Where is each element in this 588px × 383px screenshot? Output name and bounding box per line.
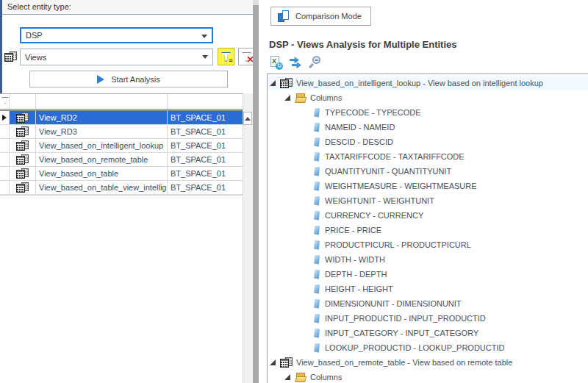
row-filter-icon[interactable]: [1, 97, 9, 104]
tree-node-column[interactable]: WEIGHTUNIT - WEIGHTUNIT: [268, 193, 588, 208]
grid-cell-space[interactable]: BT_SPACE_01: [168, 181, 243, 194]
grid-cell-space[interactable]: BT_SPACE_01: [168, 111, 243, 124]
analysis-toolbar: X↻ =: [269, 56, 323, 70]
row-gutter[interactable]: [0, 111, 10, 124]
row-icon-cell: [10, 167, 36, 180]
start-analysis-button[interactable]: Start Analysis: [29, 71, 228, 87]
grid-cell-name[interactable]: View_based_on_table_view_intelliger: [36, 181, 168, 194]
entity-dropdown[interactable]: Views: [20, 49, 213, 65]
grid-cell-name[interactable]: View_based_on_table: [36, 167, 168, 180]
table-row[interactable]: View_based_on_table_view_intelliger BT_S…: [0, 181, 243, 195]
grid-header-space-col[interactable]: [168, 94, 243, 109]
export-excel-icon[interactable]: X↻: [269, 56, 283, 70]
tree-node-view[interactable]: View_based_on_intelligent_lookup - View …: [268, 76, 588, 90]
column-icon: [314, 329, 320, 338]
grid-cell-space[interactable]: BT_SPACE_01: [168, 167, 243, 180]
tree-node-column[interactable]: NAMEID - NAMEID: [268, 120, 588, 135]
tree-node-column[interactable]: PRODUCTPICURL - PRODUCTPICURL: [268, 237, 588, 252]
grid-header-icon-col[interactable]: [10, 94, 36, 109]
tree-node-label: WEIGHTUNIT - WEIGHTUNIT: [325, 196, 434, 205]
grid-cell-space[interactable]: BT_SPACE_01: [168, 139, 243, 152]
tree-node-label: HEIGHT - HEIGHT: [325, 284, 393, 293]
tree-node-view[interactable]: View_based_on_remote_table - View based …: [268, 355, 588, 370]
grid-cell-name[interactable]: View_RD2: [36, 111, 168, 124]
tree-node-column[interactable]: DEPTH - DEPTH: [268, 267, 588, 282]
active-panel-accent-strip: [0, 0, 2, 93]
zoom-out-icon[interactable]: =: [309, 56, 323, 70]
table-row[interactable]: View_based_on_table BT_SPACE_01: [0, 167, 243, 181]
chevron-down-icon[interactable]: [202, 55, 208, 59]
table-row[interactable]: View_based_on_intelligent_lookup BT_SPAC…: [0, 139, 243, 153]
tree-node-folder[interactable]: Columns: [268, 90, 588, 105]
tree-node-column[interactable]: WEIGHTMEASURE - WEIGHTMEASURE: [268, 179, 588, 193]
column-icon: [314, 226, 320, 235]
row-gutter[interactable]: [0, 181, 10, 194]
grid-header-name-col[interactable]: [36, 94, 168, 109]
expand-collapse-icon[interactable]: [270, 80, 276, 86]
grid-cell-space[interactable]: BT_SPACE_01: [168, 153, 243, 166]
row-gutter[interactable]: [0, 167, 10, 180]
table-icon: [280, 357, 293, 368]
tree-node-column[interactable]: TAXTARIFFCODE - TAXTARIFFCODE: [268, 149, 588, 164]
tree-node-column[interactable]: INPUT_PRODUCTID - INPUT_PRODUCTID: [268, 311, 588, 326]
grid-scrollbar-up-button[interactable]: [243, 112, 252, 125]
tree-node-folder[interactable]: Columns: [268, 370, 588, 383]
row-gutter[interactable]: [0, 139, 10, 152]
analysis-tree-panel: View_based_on_intelligent_lookup - View …: [267, 74, 588, 383]
grid-filter-gutter[interactable]: [0, 94, 10, 109]
grid-scrollbar-track[interactable]: [243, 93, 253, 383]
table-row[interactable]: View_RD3 BT_SPACE_01: [0, 125, 243, 139]
table-row[interactable]: View_RD2 BT_SPACE_01: [0, 111, 243, 125]
tree-node-column[interactable]: INPUT_CATEGORY - INPUT_CATEGORY: [268, 326, 588, 340]
tree-node-column[interactable]: LOOKUP_PRODUCTID - LOOKUP_PRODUCTID: [268, 340, 588, 355]
grid-cell-name[interactable]: View_based_on_intelligent_lookup: [36, 139, 168, 152]
open-folder-icon: [295, 373, 306, 382]
tree-node-label: WEIGHTMEASURE - WEIGHTMEASURE: [325, 182, 477, 190]
scroll-up-icon: [245, 117, 251, 121]
tree-node-label: View_based_on_remote_table - View based …: [296, 358, 512, 367]
filter-button[interactable]: ≡: [218, 48, 234, 65]
row-gutter[interactable]: [0, 153, 10, 166]
grid-header-row[interactable]: [0, 94, 243, 110]
grid-cell-name[interactable]: View_based_on_remote_table: [36, 153, 168, 166]
tree-node-label: DESCID - DESCID: [325, 137, 393, 146]
expand-collapse-icon[interactable]: [270, 359, 276, 365]
panel-title: Select entity type:: [0, 0, 253, 15]
grid-cell-name[interactable]: View_RD3: [36, 125, 168, 138]
chevron-down-icon[interactable]: [201, 35, 207, 38]
expand-collapse-icon[interactable]: [284, 374, 290, 380]
entity-value: Views: [25, 53, 46, 62]
table-row[interactable]: View_based_on_remote_table BT_SPACE_01: [0, 153, 243, 167]
tree-node-column[interactable]: CURRENCY - CURRENCY: [268, 208, 588, 223]
tree-node-label: NAMEID - NAMEID: [325, 123, 395, 132]
analysis-tree: View_based_on_intelligent_lookup - View …: [268, 76, 588, 383]
tree-node-column[interactable]: HEIGHT - HEIGHT: [268, 282, 588, 296]
expand-collapse-icon[interactable]: [284, 95, 290, 101]
splitter-cap: [253, 0, 259, 5]
column-icon: [314, 123, 320, 132]
tree-node-column[interactable]: DIMENSIONUNIT - DIMENSIONUNIT: [268, 296, 588, 311]
comparison-mode-label: Comparison Mode: [295, 12, 362, 21]
row-gutter[interactable]: [0, 125, 10, 138]
tree-node-label: LOOKUP_PRODUCTID - LOOKUP_PRODUCTID: [325, 343, 504, 352]
column-icon: [314, 196, 320, 206]
comparison-mode-button[interactable]: Comparison Mode: [270, 7, 371, 26]
tree-node-column[interactable]: DESCID - DESCID: [268, 135, 588, 149]
tree-node-column[interactable]: WIDTH - WIDTH: [268, 252, 588, 267]
column-icon: [314, 211, 320, 221]
table-icon: [16, 112, 29, 123]
column-icon: [314, 152, 320, 162]
grid-cell-space[interactable]: BT_SPACE_01: [168, 125, 243, 138]
tree-node-column[interactable]: TYPECODE - TYPECODE: [268, 105, 588, 120]
column-icon: [314, 108, 320, 118]
entity-type-dropdown[interactable]: DSP: [20, 27, 213, 43]
clear-filter-icon: ✕: [242, 52, 252, 62]
column-icon: [314, 137, 320, 147]
selected-row-arrow-icon: [2, 115, 7, 121]
run-arrows-icon[interactable]: [289, 56, 303, 70]
pane-splitter-scrollbar[interactable]: [253, 0, 259, 383]
filter-funnel-icon: ≡: [221, 52, 232, 62]
tree-node-column[interactable]: PRICE - PRICE: [268, 223, 588, 237]
row-icon-cell: [10, 139, 36, 152]
tree-node-column[interactable]: QUANTITYUNIT - QUANTITYUNIT: [268, 164, 588, 179]
